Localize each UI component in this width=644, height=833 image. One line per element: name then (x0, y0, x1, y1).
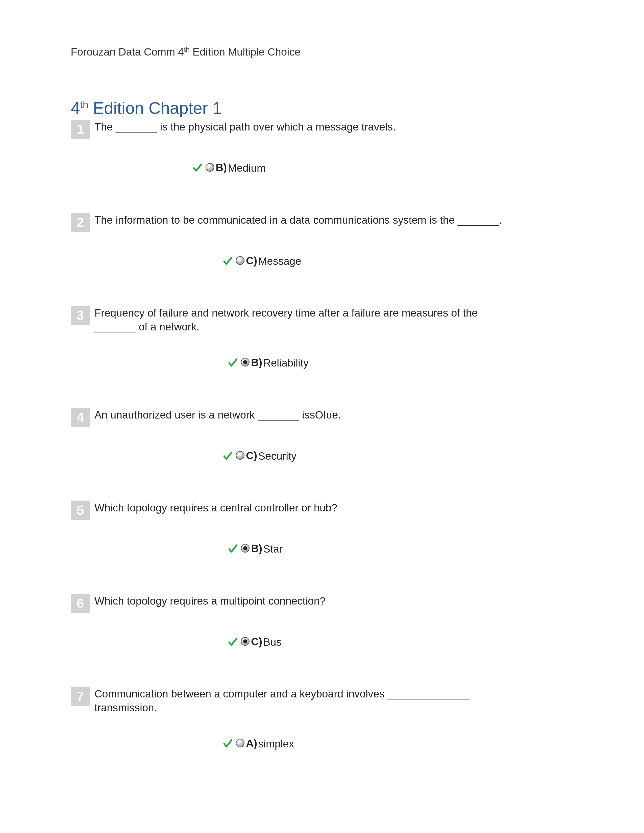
question-block: 1The _______ is the physical path over w… (71, 120, 573, 175)
answer-text: Bus (263, 635, 281, 649)
question-number-box: 1 (71, 120, 90, 139)
radio-button[interactable] (236, 256, 245, 265)
question-row: 4An unauthorized user is a network _____… (71, 408, 573, 427)
questions-container: 1The _______ is the physical path over w… (71, 120, 573, 751)
chapter-title: 4th Edition Chapter 1 (71, 98, 573, 117)
answer-letter: C) (251, 635, 262, 648)
chapter-prefix: 4 (71, 99, 80, 117)
answer-text: Security (258, 450, 296, 463)
answer-letter: C) (246, 255, 257, 267)
answer-row: B)Star (71, 542, 573, 556)
chapter-suffix: Edition Chapter 1 (89, 99, 222, 117)
question-row: 6Which topology requires a multipoint co… (71, 594, 573, 613)
answer-text: Reliability (263, 356, 309, 370)
answer-letter: B) (251, 542, 262, 555)
question-number-box: 3 (71, 306, 90, 325)
answer-row: C)Message (71, 255, 573, 268)
answer-letter: C) (246, 450, 257, 462)
answer-text: Medium (228, 162, 266, 175)
question-number-box: 7 (71, 687, 90, 706)
question-row: 5Which topology requires a central contr… (71, 500, 573, 520)
answer-letter: B) (251, 356, 262, 368)
question-text: An unauthorized user is a network ______… (95, 408, 341, 422)
check-icon (222, 255, 233, 266)
answer-row: A)simplex (71, 737, 573, 751)
answer-letter: A) (246, 737, 257, 749)
radio-button[interactable] (236, 739, 245, 748)
question-block: 4An unauthorized user is a network _____… (71, 408, 573, 463)
question-number-box: 4 (71, 408, 90, 427)
chapter-sup: th (80, 99, 89, 110)
answer-text: Message (258, 255, 301, 268)
header-suffix: Edition Multiple Choice (190, 46, 301, 58)
radio-button[interactable] (241, 637, 250, 646)
answer-text: Star (263, 542, 283, 556)
check-icon (227, 543, 238, 554)
question-block: 2The information to be communicated in a… (71, 213, 573, 268)
question-block: 5Which topology requires a central contr… (71, 500, 573, 556)
question-text: The information to be communicated in a … (95, 213, 502, 227)
check-icon (227, 636, 238, 647)
answer-row: C)Security (71, 450, 573, 463)
answer-row: B)Medium (71, 162, 573, 175)
radio-button[interactable] (236, 451, 245, 460)
question-text: Which topology requires a multipoint con… (95, 594, 325, 608)
radio-button[interactable] (241, 358, 250, 367)
question-text: The _______ is the physical path over wh… (95, 120, 396, 134)
question-number-box: 6 (71, 594, 90, 613)
question-row: 7Communication between a computer and a … (71, 687, 573, 715)
question-number-box: 2 (71, 213, 90, 232)
check-icon (222, 450, 233, 461)
question-text: Communication between a computer and a k… (95, 687, 504, 715)
check-icon (192, 162, 203, 173)
answer-row: C)Bus (71, 635, 573, 649)
radio-button[interactable] (241, 544, 250, 553)
check-icon (227, 357, 238, 368)
header-prefix: Forouzan Data Comm 4 (71, 46, 184, 58)
answer-row: B)Reliability (71, 356, 573, 370)
question-row: 2The information to be communicated in a… (71, 213, 573, 232)
question-text: Frequency of failure and network recover… (95, 306, 504, 334)
answer-letter: B) (216, 162, 227, 174)
radio-button[interactable] (206, 163, 214, 172)
page-header: Forouzan Data Comm 4th Edition Multiple … (71, 45, 573, 58)
check-icon (222, 738, 233, 749)
question-block: 6Which topology requires a multipoint co… (71, 594, 573, 649)
question-number-box: 5 (71, 500, 90, 520)
question-row: 3Frequency of failure and network recove… (71, 306, 573, 334)
question-block: 7Communication between a computer and a … (71, 687, 573, 751)
question-text: Which topology requires a central contro… (95, 500, 337, 515)
question-row: 1The _______ is the physical path over w… (71, 120, 573, 139)
question-block: 3Frequency of failure and network recove… (71, 306, 573, 370)
answer-text: simplex (258, 737, 294, 751)
header-sup: th (184, 45, 190, 53)
